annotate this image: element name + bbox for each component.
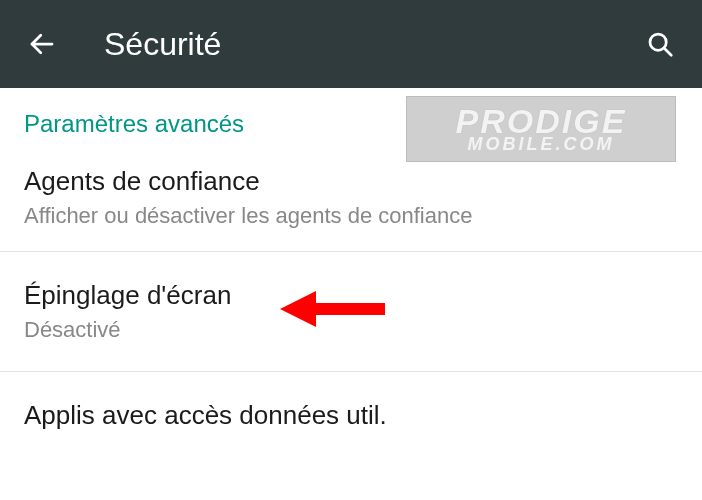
setting-title: Applis avec accès données util. [24,398,678,433]
svg-line-2 [664,48,671,55]
setting-subtitle: Afficher ou désactiver les agents de con… [24,201,678,231]
back-arrow-icon [27,29,57,59]
back-button[interactable] [20,22,64,66]
setting-trust-agents[interactable]: Agents de confiance Afficher ou désactiv… [0,152,702,251]
search-button[interactable] [638,22,682,66]
section-header-advanced: Paramètres avancés [0,88,702,152]
app-bar: Sécurité [0,0,702,88]
page-title: Sécurité [104,26,638,63]
setting-title: Épinglage d'écran [24,278,678,313]
setting-subtitle: Désactivé [24,315,678,345]
search-icon [645,29,675,59]
setting-apps-usage-access[interactable]: Applis avec accès données util. [0,372,702,453]
setting-screen-pinning[interactable]: Épinglage d'écran Désactivé [0,252,702,371]
setting-title: Agents de confiance [24,164,678,199]
